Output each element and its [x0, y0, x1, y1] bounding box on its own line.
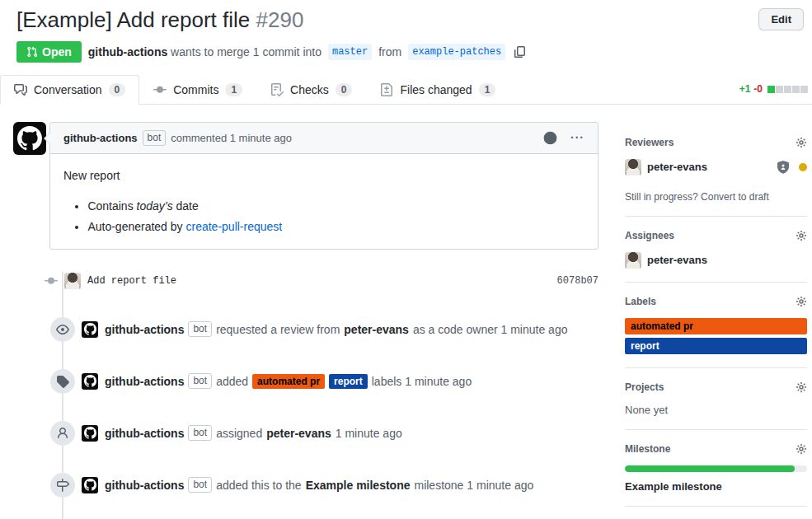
- bullet-text: date: [173, 199, 199, 213]
- timeline-event-milestoned: github-actions bot added this to the Exa…: [13, 473, 598, 498]
- github-actions-avatar[interactable]: [13, 122, 46, 155]
- peter-evans-avatar[interactable]: [625, 252, 641, 269]
- event-milestone[interactable]: Example milestone: [306, 479, 411, 492]
- octocat-icon: [84, 427, 96, 439]
- peter-evans-avatar[interactable]: [625, 159, 641, 175]
- pr-header: [Example] Add report file #290 Edit Open…: [0, 0, 812, 63]
- github-actions-avatar[interactable]: [82, 477, 98, 493]
- octocat-icon: [84, 323, 96, 335]
- label-automated-pr[interactable]: automated pr: [625, 318, 807, 334]
- milestone-progress-bar: [625, 465, 807, 472]
- label-report[interactable]: report: [329, 374, 368, 389]
- gear-icon[interactable]: [796, 296, 807, 307]
- labels-heading: Labels: [625, 296, 656, 307]
- base-branch-pill[interactable]: master: [328, 44, 372, 60]
- merge-author[interactable]: github-actions: [88, 45, 167, 58]
- pr-sidebar: Reviewers peter-evans Still in progress?…: [625, 122, 807, 519]
- event-user[interactable]: peter-evans: [344, 323, 409, 336]
- diff-blocks: [767, 86, 808, 93]
- convert-to-draft-link[interactable]: Convert to draft: [701, 191, 769, 203]
- bullet-text: Auto-generated by: [87, 220, 185, 233]
- event-text: as a code owner 1 minute ago: [413, 323, 568, 336]
- gear-icon[interactable]: [796, 230, 807, 241]
- commit-message[interactable]: Add report file: [87, 275, 176, 287]
- gear-icon[interactable]: [796, 137, 807, 148]
- sidebar-section-milestone: Milestone Example milestone: [625, 430, 807, 507]
- convert-to-draft-hint: Still in progress? Convert to draft: [625, 191, 807, 203]
- event-author[interactable]: github-actions: [105, 427, 184, 440]
- create-pull-request-link[interactable]: create-pull-request: [185, 220, 282, 233]
- diff-deletions: -0: [753, 83, 763, 95]
- tab-commits[interactable]: Commits 1: [139, 75, 256, 105]
- timeline-event-review-requested: github-actions bot requested a review fr…: [13, 317, 598, 342]
- comment-meta: commented 1 minute ago: [171, 132, 292, 144]
- bot-badge: bot: [188, 425, 212, 441]
- comment-author[interactable]: github-actions: [63, 132, 138, 144]
- event-text: added: [216, 375, 248, 388]
- peter-evans-avatar[interactable]: [64, 273, 81, 289]
- gear-icon[interactable]: [796, 381, 807, 393]
- tab-checks-label: Checks: [290, 83, 329, 96]
- bot-badge: bot: [188, 477, 212, 493]
- head-branch-pill[interactable]: example-patches: [408, 44, 505, 60]
- checklist-icon: [270, 83, 284, 96]
- octocat-icon: [84, 479, 96, 491]
- pr-state-label: Open: [42, 45, 72, 58]
- octocat-icon: [84, 375, 96, 387]
- comment-discussion-icon: [14, 83, 27, 96]
- event-author[interactable]: github-actions: [105, 479, 184, 492]
- github-actions-avatar[interactable]: [82, 321, 98, 338]
- from-text: from: [378, 45, 401, 58]
- kebab-menu-icon[interactable]: ···: [570, 131, 584, 144]
- assignee-name[interactable]: peter-evans: [647, 254, 707, 266]
- label-automated-pr[interactable]: automated pr: [252, 374, 325, 389]
- event-author[interactable]: github-actions: [105, 375, 184, 388]
- event-text: 1 minute ago: [336, 427, 402, 440]
- commit-sha[interactable]: 6078b07: [557, 275, 598, 287]
- comment-body: New report Contains today’s date Auto-ge…: [50, 154, 598, 249]
- assignees-heading: Assignees: [625, 230, 674, 241]
- git-commit-icon: [45, 272, 58, 290]
- diff-additions: +1: [739, 83, 751, 95]
- commit-row: Add report file 6078b07: [13, 272, 598, 290]
- edit-button[interactable]: Edit: [758, 8, 804, 30]
- github-actions-avatar[interactable]: [82, 425, 98, 442]
- milestone-name[interactable]: Example milestone: [625, 480, 807, 493]
- diff-block-neutral: [800, 86, 808, 93]
- milestone-heading: Milestone: [625, 443, 670, 455]
- comment-bullet: Auto-generated by create-pull-request: [87, 218, 584, 236]
- tab-checks-count: 0: [336, 83, 353, 96]
- diffstat: +1 -0: [739, 83, 812, 95]
- tab-checks[interactable]: Checks 0: [256, 75, 366, 105]
- pr-state-badge: Open: [16, 41, 82, 63]
- sidebar-section-projects: Projects None yet: [625, 368, 807, 430]
- diff-block-added: [767, 86, 775, 93]
- event-text: requested a review from: [216, 323, 340, 336]
- event-user[interactable]: peter-evans: [266, 427, 331, 440]
- event-text: milestone 1 minute ago: [414, 479, 533, 492]
- bot-badge: bot: [188, 373, 212, 389]
- reviewer-name[interactable]: peter-evans: [647, 161, 707, 173]
- event-text: labels 1 minute ago: [372, 375, 472, 388]
- timeline: Add report file 6078b07 github-actions b…: [13, 272, 598, 519]
- pr-title-text: [Example] Add report file: [16, 7, 250, 32]
- octocat-icon: [17, 126, 42, 151]
- comment-text: New report: [63, 167, 584, 185]
- milestone-progress-fill: [625, 465, 795, 472]
- eye-icon: [50, 317, 75, 342]
- github-actions-avatar[interactable]: [82, 373, 98, 390]
- add-reaction-icon[interactable]: [543, 131, 557, 145]
- gear-icon[interactable]: [796, 443, 807, 455]
- reviewers-heading: Reviewers: [625, 137, 674, 148]
- label-report[interactable]: report: [625, 338, 807, 354]
- tab-conversation[interactable]: Conversation 0: [0, 75, 139, 105]
- git-commit-icon: [153, 83, 167, 96]
- person-icon: [50, 421, 75, 446]
- event-author[interactable]: github-actions: [105, 323, 184, 336]
- bullet-text: Contains: [87, 199, 136, 213]
- copy-branch-icon[interactable]: [514, 45, 527, 58]
- tab-files-changed[interactable]: Files changed 1: [366, 75, 509, 105]
- hint-text: Still in progress?: [625, 191, 701, 203]
- merge-text: wants to merge 1 commit into: [171, 45, 322, 58]
- sidebar-section-labels: Labels automated pr report: [625, 283, 807, 368]
